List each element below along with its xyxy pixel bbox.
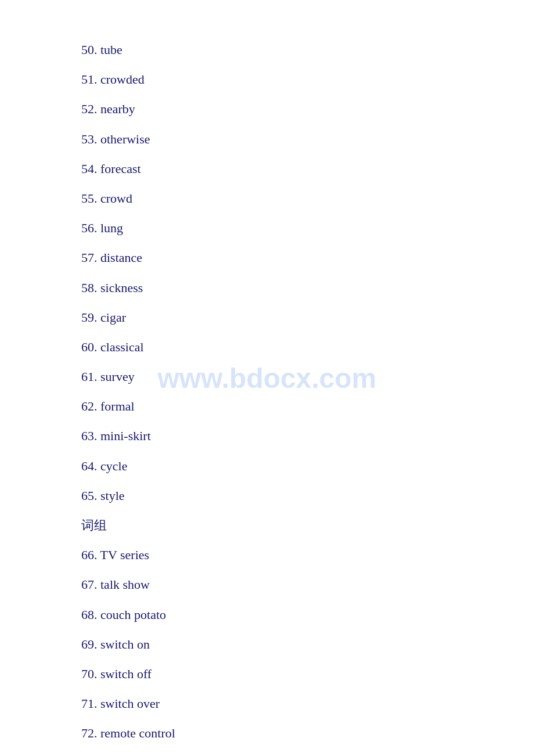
- list-item: 72. remote control: [81, 718, 453, 748]
- list-item: 58. sickness: [81, 273, 453, 303]
- list-item: 71. switch over: [81, 689, 453, 718]
- list-item: 70. switch off: [81, 659, 453, 689]
- list-item: 57. distance: [81, 243, 453, 272]
- list-item: 63. mini-skirt: [81, 421, 453, 451]
- list-item: 59. cigar: [81, 303, 453, 332]
- list-item: 55. crowd: [81, 183, 453, 213]
- list-item: 60. classical: [81, 332, 453, 362]
- list-item: 50. tube: [81, 35, 453, 64]
- section-header: 词组: [81, 510, 453, 540]
- list-item: 67. talk show: [81, 570, 453, 599]
- word-list: 50. tube 51. crowded 52. nearby 53. othe…: [81, 35, 453, 756]
- list-item: 52. nearby: [81, 94, 453, 124]
- list-item: 53. otherwise: [81, 124, 453, 154]
- list-item: 56. lung: [81, 213, 453, 243]
- list-item: 69. switch on: [81, 629, 453, 659]
- list-item: 65. style: [81, 481, 453, 510]
- list-item: 66. TV series: [81, 540, 453, 570]
- list-item: 62. formal: [81, 391, 453, 421]
- list-item: 68. couch potato: [81, 600, 453, 629]
- list-item: 73. alarm clock: [81, 748, 453, 757]
- list-item: 51. crowded: [81, 64, 453, 94]
- list-item: 64. cycle: [81, 451, 453, 481]
- list-item: 54. forecast: [81, 154, 453, 183]
- list-item: 61. survey: [81, 362, 453, 391]
